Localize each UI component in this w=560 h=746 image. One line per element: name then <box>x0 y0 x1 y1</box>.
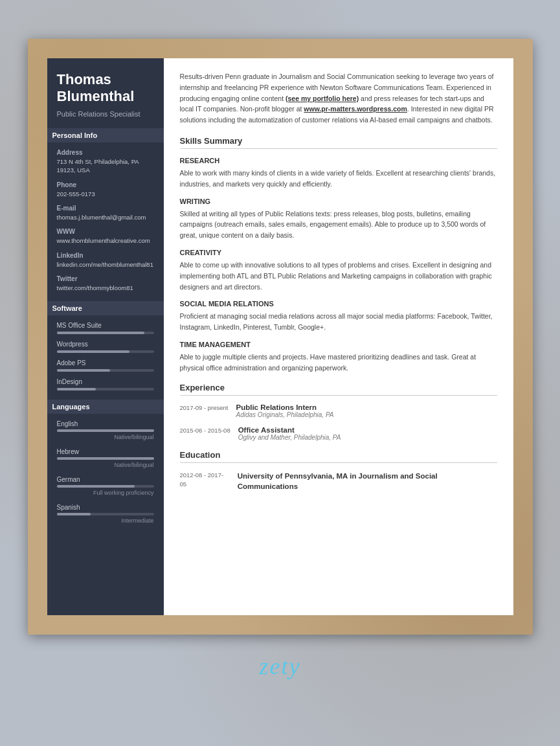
language-item: German Full working proficiency <box>57 476 154 496</box>
personal-info-section: Address 713 N 4th St, Philadelphia, PA 1… <box>57 149 154 292</box>
phone-item: Phone 202-555-0173 <box>57 181 154 198</box>
linkedin-label: LinkedIn <box>57 252 154 259</box>
blog-link[interactable]: www.pr-matters.wordpress.com <box>304 105 407 113</box>
email-label: E-mail <box>57 205 154 212</box>
skill-text: Able to work with many kinds of clients … <box>180 168 497 190</box>
software-bar-fill <box>57 332 144 334</box>
exp-subtitle: Adidas Originals, Philadelphia, PA <box>236 411 334 418</box>
language-level: Intermediate <box>57 517 154 524</box>
skill-title: WRITING <box>180 198 497 205</box>
experience-header: Experience <box>180 383 497 396</box>
summary-text: Results-driven Penn graduate in Journali… <box>180 71 497 126</box>
exp-date: 2017-09 - present <box>180 403 229 418</box>
edu-date: 2012-08 - 2017-05 <box>180 471 230 492</box>
software-name: Adobe PS <box>57 359 154 367</box>
experience-item: 2017-09 - present Public Relations Inter… <box>180 403 497 418</box>
software-item: InDesign <box>57 378 154 390</box>
software-section: MS Office Suite Wordpress Adobe PS InDes… <box>57 322 154 390</box>
cork-board: Thomas Blumenthal Public Relations Speci… <box>28 39 533 635</box>
www-value: www.thomblumenthalcreative.com <box>57 236 154 245</box>
exp-date: 2015-06 - 2015-08 <box>180 426 230 441</box>
software-name: InDesign <box>57 378 154 385</box>
resume: Thomas Blumenthal Public Relations Speci… <box>47 58 513 615</box>
right-panel: Results-driven Penn graduate in Journali… <box>164 58 513 615</box>
software-bar-fill <box>57 350 130 353</box>
software-bar-bg <box>57 369 154 372</box>
software-item: Wordpress <box>57 341 154 353</box>
skill-section-item: CREATIVITY Able to come up with innovati… <box>180 249 497 292</box>
candidate-name: Thomas Blumenthal <box>57 71 154 106</box>
software-bar-bg <box>57 350 154 353</box>
exp-title: Public Relations Intern <box>236 403 334 411</box>
twitter-label: Twitter <box>57 275 154 282</box>
language-name: Spanish <box>57 504 154 511</box>
software-bar-fill <box>57 369 111 372</box>
linkedin-item: LinkedIn linkedin.com/me/thomblumenthal8… <box>57 252 154 269</box>
experience-item: 2015-06 - 2015-08 Office Assistant Ogliv… <box>180 426 497 441</box>
skill-text: Skilled at writing all types of Public R… <box>180 209 497 241</box>
portfolio-link[interactable]: (see my portfolio here) <box>286 95 359 102</box>
phone-value: 202-555-0173 <box>57 190 154 198</box>
software-bar-bg <box>57 332 154 334</box>
education-item: 2012-08 - 2017-05 University of Pennsylv… <box>180 471 497 492</box>
name-title: Thomas Blumenthal Public Relations Speci… <box>57 71 154 119</box>
skill-section-item: SOCIAL MEDIA RELATIONS Proficient at man… <box>180 300 497 333</box>
skills-summary-header: Skills Summary <box>180 136 497 149</box>
languages-section: English Native/bilingual Hebrew Native/b… <box>57 420 154 524</box>
personal-info-header: Personal Info <box>47 128 164 142</box>
skill-section-item: RESEARCH Able to work with many kinds of… <box>180 157 497 190</box>
language-bar-bg <box>57 429 154 432</box>
skill-section-item: WRITING Skilled at writing all types of … <box>180 198 497 241</box>
software-header: Software <box>47 301 164 315</box>
language-bar-bg <box>57 513 154 515</box>
skill-text: Able to come up with innovative solution… <box>180 260 497 292</box>
language-bar-bg <box>57 457 154 460</box>
skills-list: RESEARCH Able to work with many kinds of… <box>180 157 497 374</box>
education-header: Education <box>180 450 497 463</box>
language-item: Spanish Intermediate <box>57 504 154 524</box>
experience-list: 2017-09 - present Public Relations Inter… <box>180 403 497 441</box>
exp-content: Office Assistant Oglivy and Mather, Phil… <box>238 426 341 441</box>
linkedin-value: linkedin.com/me/thomblumenthal81 <box>57 260 154 269</box>
twitter-item: Twitter twitter.com/thommybloom81 <box>57 275 154 292</box>
exp-subtitle: Oglivy and Mather, Philadelphia, PA <box>238 434 341 441</box>
skill-text: Able to juggle multiple clients and proj… <box>180 352 497 374</box>
address-value: 713 N 4th St, Philadelphia, PA 19123, US… <box>57 157 154 175</box>
exp-title: Office Assistant <box>238 426 341 434</box>
language-bar-bg <box>57 485 154 488</box>
skill-text: Proficient at managing social media rela… <box>180 311 497 333</box>
skill-title: RESEARCH <box>180 157 497 164</box>
skill-section-item: TIME MANAGEMENT Able to juggle multiple … <box>180 341 497 374</box>
language-bar-fill <box>57 429 154 432</box>
education-list: 2012-08 - 2017-05 University of Pennsylv… <box>180 471 497 492</box>
language-bar-fill <box>57 513 91 515</box>
software-bar-bg <box>57 388 154 390</box>
candidate-subtitle: Public Relations Specialist <box>57 109 154 119</box>
www-label: WWW <box>57 228 154 235</box>
skill-title: CREATIVITY <box>180 249 497 256</box>
language-name: English <box>57 420 154 427</box>
language-level: Full working proficiency <box>57 490 154 496</box>
language-name: Hebrew <box>57 448 154 455</box>
edu-content: University of Pennsylvania, MA in Journa… <box>238 471 497 492</box>
software-bar-fill <box>57 388 96 390</box>
language-level: Native/bilingual <box>57 462 154 468</box>
skill-title: SOCIAL MEDIA RELATIONS <box>180 300 497 308</box>
exp-content: Public Relations Intern Adidas Originals… <box>236 403 334 418</box>
email-item: E-mail thomas.j.blumenthal@gmail.com <box>57 205 154 221</box>
language-bar-fill <box>57 485 135 488</box>
software-name: MS Office Suite <box>57 322 154 329</box>
www-item: WWW www.thomblumenthalcreative.com <box>57 228 154 245</box>
software-name: Wordpress <box>57 341 154 348</box>
software-item: Adobe PS <box>57 359 154 372</box>
language-level: Native/bilingual <box>57 434 154 440</box>
left-panel: Thomas Blumenthal Public Relations Speci… <box>47 58 164 615</box>
phone-label: Phone <box>57 181 154 188</box>
edu-title: University of Pennsylvania, MA in Journa… <box>238 471 497 492</box>
language-item: English Native/bilingual <box>57 420 154 440</box>
zety-logo: zety <box>260 653 301 680</box>
languages-header: Languages <box>47 400 164 414</box>
twitter-value: twitter.com/thommybloom81 <box>57 284 154 292</box>
skill-title: TIME MANAGEMENT <box>180 341 497 348</box>
language-item: Hebrew Native/bilingual <box>57 448 154 468</box>
